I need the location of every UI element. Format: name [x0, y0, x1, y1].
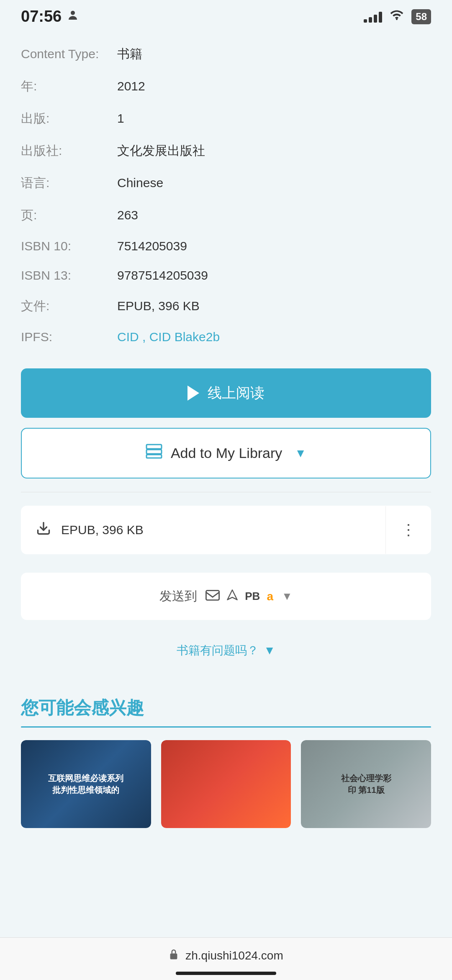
svg-point-0 [71, 11, 75, 15]
lock-icon [169, 948, 179, 963]
send-icons-group: PB a [205, 589, 273, 604]
value-content-type: 书籍 [117, 46, 431, 63]
ipfs-separator: , [142, 330, 149, 344]
value-edition: 1 [117, 111, 431, 126]
label-year: 年: [21, 78, 117, 95]
action-buttons: 线上阅读 Add to My Library ▼ [21, 368, 431, 684]
value-ipfs: CID , CID Blake2b [117, 330, 431, 344]
book-cover-1: 互联网思维必读系列批判性思维领域的 [21, 740, 151, 828]
label-edition: 出版: [21, 110, 117, 127]
send-dropdown-arrow: ▼ [282, 590, 293, 603]
svg-rect-5 [206, 591, 219, 600]
label-content-type: Content Type: [21, 47, 117, 61]
epub-download-button[interactable]: EPUB, 396 KB [21, 506, 385, 554]
recommendations-books: 互联网思维必读系列批判性思维领域的 社会心理学彩印 第11版 [21, 740, 431, 828]
problem-arrow-icon: ▼ [264, 644, 275, 657]
battery-indicator: 58 [411, 9, 431, 24]
wifi-icon [390, 9, 404, 24]
meta-row-content-type: Content Type: 书籍 [21, 38, 431, 70]
meta-row-ipfs: IPFS: CID , CID Blake2b [21, 322, 431, 352]
problem-link[interactable]: 书籍有问题吗？ ▼ [21, 643, 431, 658]
separator-1 [21, 492, 431, 492]
epub-download-label: EPUB, 396 KB [61, 523, 144, 537]
meta-row-year: 年: 2012 [21, 70, 431, 103]
value-year: 2012 [117, 79, 431, 93]
value-pages: 263 [117, 208, 431, 222]
home-indicator [176, 972, 276, 975]
label-pages: 页: [21, 207, 117, 224]
epub-download-row: EPUB, 396 KB ⋮ [21, 506, 431, 554]
book-title-3: 社会心理学彩印 第11版 [341, 772, 391, 796]
svg-rect-1 [146, 445, 162, 449]
play-icon [187, 386, 199, 401]
value-language: Chinese [117, 176, 431, 190]
email-icon [205, 589, 220, 604]
send-to-row[interactable]: 发送到 PB a ▼ [21, 573, 431, 620]
reco-book-1[interactable]: 互联网思维必读系列批判性思维领域的 [21, 740, 151, 828]
recommendations-title: 您可能会感兴趣 [21, 696, 431, 720]
meta-row-publisher: 出版社: 文化发展出版社 [21, 135, 431, 167]
label-file: 文件: [21, 298, 117, 315]
meta-row-isbn13: ISBN 13: 9787514205039 [21, 261, 431, 290]
status-time: 07:56 [21, 8, 79, 26]
read-online-button[interactable]: 线上阅读 [21, 368, 431, 418]
main-content: Content Type: 书籍 年: 2012 出版: 1 出版社: 文化发展… [0, 30, 452, 684]
problem-label: 书籍有问题吗？ [177, 643, 259, 658]
time-display: 07:56 [21, 8, 62, 26]
label-isbn13: ISBN 13: [21, 268, 117, 283]
value-file: EPUB, 396 KB [117, 299, 431, 313]
send-to-label: 发送到 [159, 588, 197, 605]
recommendations-section: 您可能会感兴趣 互联网思维必读系列批判性思维领域的 社会心理学彩印 第11版 [0, 696, 452, 828]
person-icon [67, 8, 79, 26]
label-isbn10: ISBN 10: [21, 239, 117, 253]
pb-icon: PB [245, 590, 260, 603]
label-language: 语言: [21, 175, 117, 192]
library-dropdown-arrow: ▼ [295, 447, 306, 460]
svg-rect-6 [170, 954, 177, 959]
reco-book-2[interactable] [161, 740, 291, 828]
book-cover-2 [161, 740, 291, 828]
meta-row-language: 语言: Chinese [21, 167, 431, 199]
value-publisher: 文化发展出版社 [117, 142, 431, 159]
book-title-1: 互联网思维必读系列批判性思维领域的 [48, 772, 123, 796]
cid-link[interactable]: CID [117, 330, 139, 344]
book-cover-3: 社会心理学彩印 第11版 [301, 740, 431, 828]
meta-row-edition: 出版: 1 [21, 103, 431, 135]
status-right: 58 [364, 9, 431, 24]
value-isbn10: 7514205039 [117, 239, 431, 253]
send-triangle-icon [226, 589, 238, 604]
meta-row-isbn10: ISBN 10: 7514205039 [21, 231, 431, 261]
metadata-table: Content Type: 书籍 年: 2012 出版: 1 出版社: 文化发展… [21, 38, 431, 352]
value-isbn13: 9787514205039 [117, 268, 431, 283]
download-icon [36, 521, 51, 539]
meta-row-pages: 页: 263 [21, 199, 431, 231]
url-display: zh.qiushi1024.com [185, 949, 283, 962]
recommendations-divider [21, 726, 431, 728]
add-to-library-label: Add to My Library [171, 445, 282, 461]
svg-rect-2 [146, 450, 162, 454]
download-more-button[interactable]: ⋮ [385, 506, 431, 554]
library-icon [146, 444, 162, 463]
reco-book-3[interactable]: 社会心理学彩印 第11版 [301, 740, 431, 828]
signal-icon [364, 11, 382, 23]
add-to-library-button[interactable]: Add to My Library ▼ [21, 428, 431, 478]
svg-rect-3 [146, 455, 162, 458]
meta-row-file: 文件: EPUB, 396 KB [21, 290, 431, 322]
status-bar: 07:56 58 [0, 0, 452, 30]
label-publisher: 出版社: [21, 142, 117, 159]
label-ipfs: IPFS: [21, 330, 117, 344]
cid-blake2b-link[interactable]: CID Blake2b [149, 330, 220, 344]
amazon-icon: a [267, 590, 273, 603]
more-dots-icon: ⋮ [401, 521, 416, 539]
read-online-label: 线上阅读 [208, 383, 265, 403]
